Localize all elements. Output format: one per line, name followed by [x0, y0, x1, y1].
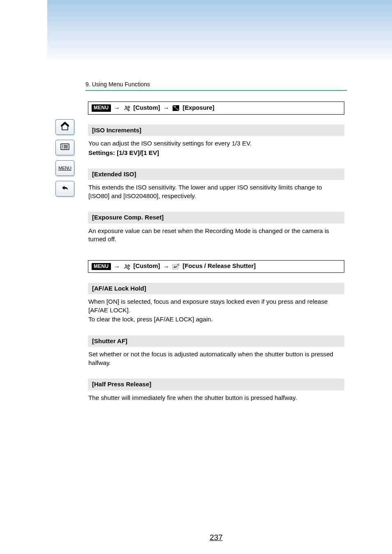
page-number[interactable]: 237	[85, 532, 347, 543]
section-body: The shutter will immediately fire when t…	[88, 394, 344, 402]
section-shutter-af: [Shutter AF] Set whether or not the focu…	[88, 335, 344, 367]
svg-text:+: +	[174, 105, 176, 108]
settings-line: Settings: [1/3 EV]/[1 EV]	[88, 149, 344, 157]
section-iso-increments: [ISO Increments] You can adjust the ISO …	[88, 125, 344, 157]
section-extended-iso: [Extended ISO] This extends the ISO sens…	[88, 169, 344, 200]
custom-tool-icon	[123, 104, 131, 112]
menu-badge-icon: MENU	[92, 104, 111, 111]
page-root: MENU 9. Using Menu Functions MENU → [Cus…	[0, 0, 392, 554]
arrow-icon: →	[163, 262, 169, 271]
chapter-text: 9. Using Menu Functions	[85, 81, 150, 88]
home-icon	[60, 122, 70, 132]
body-line: When [ON] is selected, focus and exposur…	[88, 298, 344, 314]
inner-content: MENU → [Custom] → +− [Exposure] [ISO Inc…	[85, 102, 347, 402]
menu-badge-icon: MENU	[92, 263, 111, 270]
breadcrumb-path-exposure: MENU → [Custom] → +− [Exposure]	[88, 102, 344, 115]
exposure-comp-icon: +−	[172, 104, 180, 112]
breadcrumb-custom: [Custom]	[134, 104, 160, 112]
menu-button[interactable]: MENU	[55, 160, 74, 176]
section-af-ae-lock-hold: [AF/AE Lock Hold] When [ON] is selected,…	[88, 283, 344, 324]
section-body: This extends the ISO sensitivity. The lo…	[88, 183, 344, 200]
arrow-icon: →	[114, 104, 120, 113]
sidebar-nav: MENU	[55, 119, 74, 196]
breadcrumb-custom: [Custom]	[134, 262, 160, 270]
section-title: [Half Press Release]	[88, 379, 344, 390]
section-half-press-release: [Half Press Release] The shutter will im…	[88, 379, 344, 402]
content-area: 9. Using Menu Functions MENU → [Custom] …	[85, 81, 347, 413]
list-icon	[60, 142, 70, 153]
section-title: [Shutter AF]	[88, 335, 344, 347]
section-body: When [ON] is selected, focus and exposur…	[88, 298, 344, 324]
body-line: The shutter will immediately fire when t…	[88, 394, 344, 402]
home-button[interactable]	[55, 119, 74, 135]
body-line: To clear the lock, press [AF/AE LOCK] ag…	[88, 315, 344, 324]
body-line: This extends the ISO sensitivity. The lo…	[88, 183, 344, 200]
section-title: [Extended ISO]	[88, 169, 344, 180]
svg-text:AF: AF	[173, 265, 178, 268]
section-body: Set whether or not the focus is adjusted…	[88, 350, 344, 367]
breadcrumb-path-focus: MENU → [Custom] → AF [Focus / Release Sh…	[88, 260, 344, 273]
svg-text:−: −	[177, 108, 178, 111]
breadcrumb-exposure: [Exposure]	[182, 104, 214, 112]
body-line: An exposure value can be reset when the …	[88, 227, 344, 244]
section-title: [Exposure Comp. Reset]	[88, 212, 344, 223]
toc-button[interactable]	[55, 140, 74, 155]
breadcrumb-focus: [Focus / Release Shutter]	[182, 262, 256, 270]
custom-tool-icon	[123, 262, 131, 270]
arrow-icon: →	[163, 104, 169, 113]
arrow-icon: →	[114, 262, 120, 271]
header-gradient	[47, 0, 392, 62]
section-body: You can adjust the ISO sensitivity setti…	[88, 139, 344, 157]
divider-teal	[85, 90, 347, 91]
body-line: Set whether or not the focus is adjusted…	[88, 350, 344, 367]
section-title: [ISO Increments]	[88, 125, 344, 136]
focus-shutter-icon: AF	[172, 262, 180, 270]
menu-text-icon: MENU	[58, 166, 71, 171]
section-exposure-comp-reset: [Exposure Comp. Reset] An exposure value…	[88, 212, 344, 243]
back-button[interactable]	[55, 181, 74, 196]
chapter-heading: 9. Using Menu Functions	[85, 81, 347, 94]
body-line: You can adjust the ISO sensitivity setti…	[88, 139, 344, 148]
section-title: [AF/AE Lock Hold]	[88, 283, 344, 294]
back-arrow-icon	[60, 183, 70, 194]
section-body: An exposure value can be reset when the …	[88, 227, 344, 244]
